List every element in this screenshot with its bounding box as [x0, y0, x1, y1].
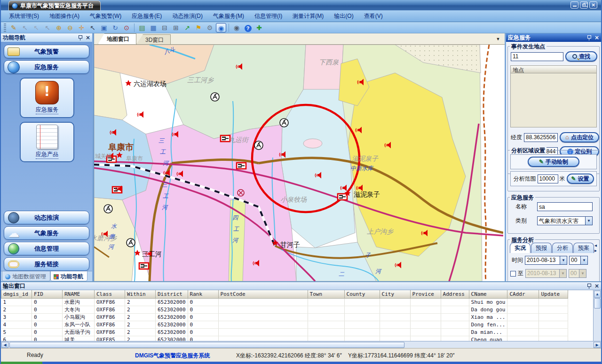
minimize-button[interactable]	[570, 1, 578, 8]
accordion-dynamic-deduction[interactable]: 动态推演	[4, 211, 89, 224]
scrollbar-thumb[interactable]	[9, 342, 404, 348]
column-header-CAddr[interactable]: CAddr	[507, 290, 539, 298]
map-tab-dropdown-icon[interactable]: ▼	[494, 36, 502, 42]
column-header-PostCode[interactable]: PostCode	[218, 290, 308, 298]
chevron-down-icon[interactable]: ▼	[560, 256, 567, 265]
analysis-tab-3[interactable]: 预案	[573, 243, 594, 253]
menu-item-8[interactable]: 输出(O)	[329, 11, 358, 22]
pin-icon[interactable]	[587, 284, 591, 289]
output-vertical-scrollbar[interactable]: ▲	[593, 290, 601, 341]
export-image-icon[interactable]: ✚	[254, 23, 264, 32]
tab-function-nav[interactable]: 功能导航	[50, 271, 87, 281]
accordion-weather-service[interactable]: ☁ 气象服务	[4, 226, 89, 240]
measure-icon[interactable]: ✎	[8, 23, 19, 32]
select-rect-icon[interactable]: ↖	[20, 23, 30, 32]
close-button[interactable]: ×	[589, 1, 597, 8]
analysis-range-input[interactable]	[538, 174, 558, 183]
location-list-header[interactable]: 地点	[510, 65, 597, 73]
output-horizontal-scrollbar[interactable]: ◀ ▶	[1, 341, 601, 348]
table-row[interactable]: 50大面场子沟OXFF8626523020000Da mian...	[1, 328, 568, 336]
manual-draw-button[interactable]: ✎ 手动绘制	[528, 157, 579, 167]
tab-map-window[interactable]: 地图窗口	[98, 33, 136, 44]
menu-item-7[interactable]: 测量计算(M)	[287, 11, 329, 22]
chevron-down-icon[interactable]: ▼	[585, 216, 593, 225]
column-header-RNAME[interactable]: RNAME	[63, 290, 95, 298]
placemark-icon[interactable]: ⚑	[193, 23, 204, 32]
click-locate-button[interactable]: ⌂ 点击定位	[560, 132, 599, 142]
settings-icon[interactable]: ⚙	[205, 23, 215, 32]
service-name-input[interactable]	[537, 202, 593, 211]
column-header-CName[interactable]: CName	[469, 290, 507, 298]
green-pointer-icon[interactable]: ↗	[182, 23, 192, 32]
column-header-Town[interactable]: Town	[308, 290, 344, 298]
select-circle-icon[interactable]: ↖	[31, 23, 41, 32]
tab-scroll-arrows[interactable]: ◂ ▸	[594, 243, 598, 253]
to-checkbox[interactable]	[510, 271, 516, 277]
column-header-FID[interactable]: FID	[32, 290, 63, 298]
hour-select-disabled[interactable]: 00 ▼	[569, 269, 586, 278]
table-row[interactable]: 30小马厩沟OXFF8626523020000Xiao ma ...	[1, 313, 568, 321]
column-header-Rank[interactable]: Rank	[188, 290, 218, 298]
toolbar-grip[interactable]	[4, 24, 6, 32]
emergency-service-button[interactable]: 应急服务	[20, 78, 74, 118]
pan-icon[interactable]: ✛	[76, 23, 87, 32]
restore-button[interactable]	[580, 1, 588, 8]
zoom-in-icon[interactable]: ⊕	[54, 23, 64, 32]
zoom-out-icon[interactable]: ⊖	[65, 23, 75, 32]
close-icon[interactable]: ×	[594, 35, 599, 40]
table-row[interactable]: 10水磨沟OXFF8626523020000Shui mo gou	[1, 298, 568, 306]
close-icon[interactable]: ×	[86, 35, 90, 40]
select-polygon-icon[interactable]: ↖	[42, 23, 53, 32]
pin-icon[interactable]	[587, 35, 591, 40]
map-canvas[interactable]: 八斗六运湖农场三工河乡下西泉九运街阜康市城关镇阜康市滋泥泉子中新水库滋泥泉子小泉…	[94, 45, 505, 281]
emergency-product-button[interactable]: 应急产品	[20, 122, 74, 162]
refresh-icon[interactable]: ↻	[110, 23, 120, 32]
accordion-weather-warning[interactable]: 气象预警	[4, 45, 89, 58]
menu-item-5[interactable]: 气象服务(M)	[208, 11, 249, 22]
globe-tool-icon[interactable]: ◉	[216, 23, 226, 32]
service-type-select[interactable]: 气象和洪水灾害 ▼	[537, 216, 593, 225]
column-header-Address[interactable]: Address	[441, 290, 469, 298]
menu-item-1[interactable]: 地图操作(A)	[44, 11, 85, 22]
scrollbar-thumb[interactable]	[594, 298, 601, 309]
print-preview-icon[interactable]: ⊞	[171, 23, 181, 32]
print-icon[interactable]: ⊟	[159, 23, 170, 32]
pointer-icon[interactable]: ↖	[87, 23, 98, 32]
analysis-tab-0[interactable]: 实况	[510, 243, 531, 253]
column-header-County[interactable]: County	[344, 290, 380, 298]
column-header-District[interactable]: District	[156, 290, 188, 298]
longitude-input[interactable]	[524, 133, 558, 142]
chevron-down-icon[interactable]: ▼	[580, 256, 588, 265]
analysis-tab-1[interactable]: 预报	[531, 243, 552, 253]
pin-icon[interactable]	[78, 35, 82, 40]
date-select[interactable]: 2010-08-13 ▼	[525, 256, 567, 265]
menu-item-3[interactable]: 应急服务(E)	[127, 11, 167, 22]
menu-item-9[interactable]: 查看(V)	[359, 11, 388, 22]
accordion-service-links[interactable]: 服务链接	[4, 257, 89, 271]
accordion-info-management[interactable]: 信息管理	[4, 242, 89, 255]
analysis-tab-2[interactable]: 分析	[552, 243, 573, 253]
column-header-Within[interactable]: Within	[125, 290, 156, 298]
menu-item-4[interactable]: 动态推演(D)	[167, 11, 208, 22]
full-extent-icon[interactable]: ▣	[99, 23, 109, 32]
table-row[interactable]: 40东风一小队OXFF8626523020000Dong fen...	[1, 321, 568, 328]
menu-item-2[interactable]: 气象预警(W)	[85, 11, 127, 22]
table-row[interactable]: 20大冬沟OXFF8626523020000Da dong gou	[1, 306, 568, 313]
zoom-select-icon[interactable]: ⊙	[121, 23, 132, 32]
close-icon[interactable]: ×	[594, 283, 599, 289]
set-button[interactable]: ✎ 设置	[567, 174, 594, 184]
location-list[interactable]	[510, 73, 597, 127]
column-header-Class[interactable]: Class	[95, 290, 125, 298]
layers-icon[interactable]: ▤	[137, 23, 147, 32]
column-header-Provice[interactable]: Provice	[410, 290, 441, 298]
find-button[interactable]: 查找	[565, 51, 597, 62]
eye-icon[interactable]: ◉	[231, 23, 242, 32]
table-row[interactable]: 60城关OXFF8526523020000Cheng guan	[1, 336, 568, 341]
help-icon[interactable]: ?	[243, 23, 253, 32]
menu-item-6[interactable]: 信息管理(I)	[249, 11, 287, 22]
column-header-dmgis_id[interactable]: dmgis_id	[1, 290, 32, 298]
column-header-Update[interactable]: Update	[539, 290, 568, 298]
location-search-input[interactable]	[511, 52, 563, 61]
tab-map-data-management[interactable]: 地图数据管理	[2, 271, 50, 281]
map-window-icon[interactable]: ▦	[148, 23, 158, 32]
